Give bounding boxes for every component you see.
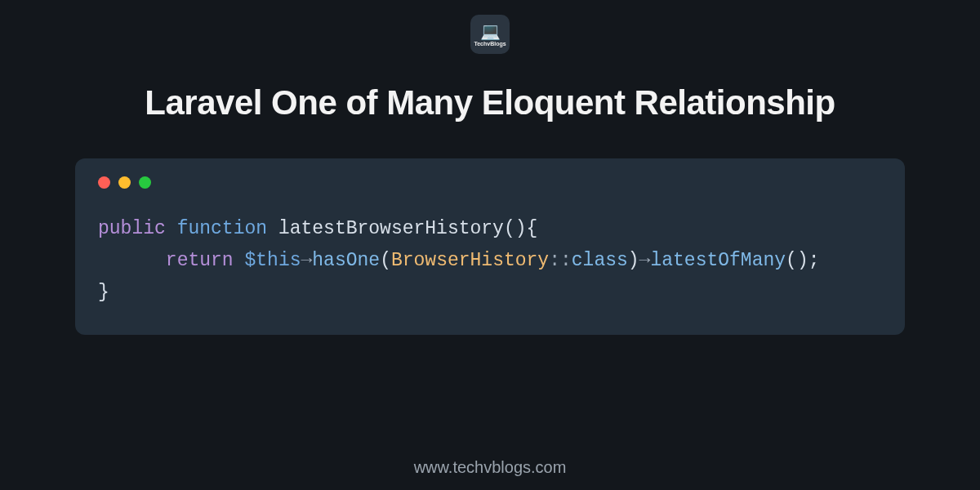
close-icon xyxy=(98,176,110,189)
footer-url: www.techvblogs.com xyxy=(0,458,980,477)
this-var: $this xyxy=(244,250,301,271)
minimize-icon xyxy=(118,176,131,189)
close-paren: ) xyxy=(628,250,639,271)
close-brace: } xyxy=(98,282,109,303)
traffic-lights xyxy=(98,176,882,189)
arrow-op: → xyxy=(639,250,651,271)
indent xyxy=(98,250,166,271)
open-brace: { xyxy=(527,218,538,239)
semicolon: ; xyxy=(808,250,820,271)
code-block: public function latestBrowserHistory(){ … xyxy=(98,213,882,309)
open-paren: ( xyxy=(786,250,797,271)
close-paren: ) xyxy=(515,218,527,239)
method-latestofmany: latestOfMany xyxy=(650,250,786,271)
keyword-function: function xyxy=(177,218,267,239)
scope-op: :: xyxy=(549,250,572,271)
laptop-icon: 💻 xyxy=(480,23,501,39)
logo-container: 💻 TechvBlogs xyxy=(0,0,980,54)
method-hasone: hasOne xyxy=(312,250,380,271)
page-title: Laravel One of Many Eloquent Relationshi… xyxy=(0,83,980,122)
close-paren: ) xyxy=(797,250,808,271)
code-window: public function latestBrowserHistory(){ … xyxy=(75,158,905,335)
logo-badge: 💻 TechvBlogs xyxy=(470,15,510,54)
logo-text: TechvBlogs xyxy=(474,41,506,47)
class-name: BrowserHistory xyxy=(391,250,549,271)
class-keyword: class xyxy=(572,250,628,271)
keyword-public: public xyxy=(98,218,166,239)
arrow-op: → xyxy=(301,250,312,271)
function-name: latestBrowserHistory xyxy=(278,218,504,239)
open-paren: ( xyxy=(380,250,391,271)
open-paren: ( xyxy=(504,218,515,239)
maximize-icon xyxy=(139,176,151,189)
keyword-return: return xyxy=(166,250,234,271)
